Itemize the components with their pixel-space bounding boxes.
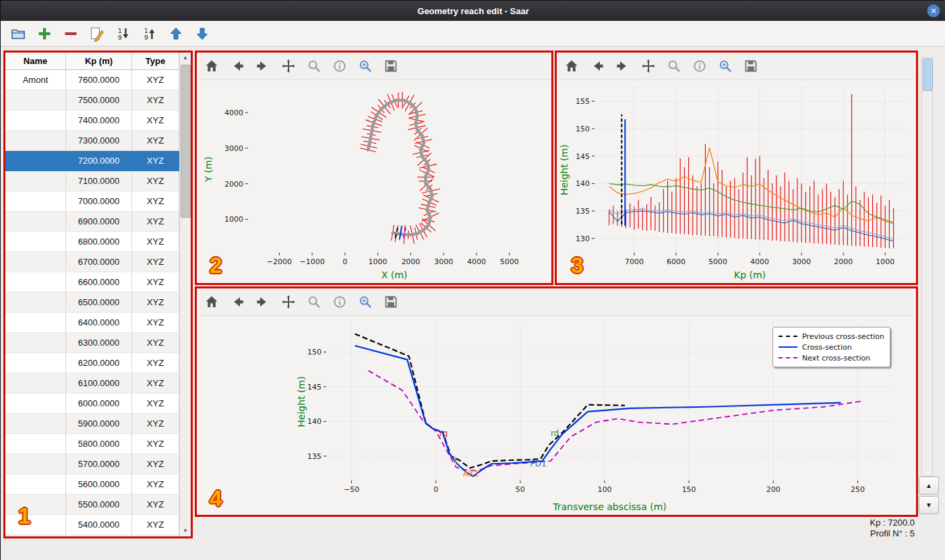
- forward-icon[interactable]: [255, 58, 271, 74]
- move-up-icon[interactable]: [168, 26, 184, 42]
- column-header-name: Name: [5, 53, 66, 70]
- cell-name: [5, 252, 66, 272]
- cell-kp: 6600.0000: [66, 272, 132, 292]
- svg-text:7000: 7000: [625, 257, 644, 266]
- window-scrollbar-thumb[interactable]: [923, 59, 933, 91]
- back-icon[interactable]: [229, 294, 245, 310]
- table-row[interactable]: 7000.0000XYZ: [5, 191, 179, 212]
- table-row[interactable]: 6200.0000XYZ: [5, 353, 179, 373]
- cell-kp: 7200.0000: [66, 151, 132, 171]
- table-row[interactable]: 6600.0000XYZ: [5, 272, 179, 292]
- zoom-rect-icon[interactable]: [306, 58, 322, 74]
- back-icon[interactable]: [229, 58, 245, 74]
- table-row[interactable]: 5700.0000XYZ: [5, 454, 179, 474]
- edit-profile-icon[interactable]: [89, 26, 105, 42]
- figure-options-icon[interactable]: [332, 58, 348, 74]
- svg-text:1: 1: [118, 27, 122, 34]
- zoom-custom-icon[interactable]: [717, 58, 733, 74]
- cell-name: [5, 111, 66, 131]
- forward-icon[interactable]: [255, 294, 271, 310]
- table-row[interactable]: 7200.0000XYZ: [5, 151, 179, 171]
- zoom-custom-icon[interactable]: [357, 294, 373, 310]
- table-row[interactable]: 6500.0000XYZ: [5, 292, 179, 313]
- pan-icon[interactable]: [280, 58, 297, 74]
- svg-text:X (m): X (m): [382, 270, 408, 280]
- forward-icon[interactable]: [615, 58, 631, 74]
- save-icon[interactable]: [383, 294, 399, 310]
- table-row[interactable]: 6700.0000XYZ: [5, 252, 179, 272]
- add-profile-icon[interactable]: [36, 26, 53, 42]
- scroll-down-icon[interactable]: ▼: [180, 526, 191, 536]
- long-profile-chart[interactable]: 7000600050004000300020001000130135140145…: [557, 80, 916, 284]
- legend-label: Next cross-section: [802, 354, 870, 363]
- table-row[interactable]: 6900.0000XYZ: [5, 212, 179, 232]
- table-row[interactable]: 5900.0000XYZ: [5, 414, 179, 434]
- cell-type: XYZ: [132, 474, 179, 495]
- save-icon[interactable]: [743, 58, 759, 74]
- home-icon[interactable]: [563, 58, 580, 74]
- cell-name: [5, 495, 66, 515]
- table-row[interactable]: 5300.0000XYZ: [5, 535, 179, 536]
- renumber-descending-icon[interactable]: 19: [115, 26, 131, 42]
- table-row[interactable]: 7300.0000XYZ: [5, 131, 179, 151]
- move-down-icon[interactable]: [194, 26, 210, 42]
- table-row[interactable]: 7500.0000XYZ: [5, 90, 179, 111]
- svg-text:6000: 6000: [667, 257, 685, 266]
- cell-name: [5, 212, 66, 232]
- plan-view-chart[interactable]: −2000−1000010002000300040005000100020003…: [197, 80, 551, 284]
- table-row[interactable]: 5400.0000XYZ: [5, 515, 179, 535]
- figure-options-icon[interactable]: [332, 294, 348, 310]
- table-row[interactable]: 6800.0000XYZ: [5, 232, 179, 252]
- cell-type: XYZ: [132, 252, 179, 272]
- save-icon[interactable]: [383, 58, 399, 74]
- zoom-rect-icon[interactable]: [306, 294, 322, 310]
- long-profile-panel: 7000600050004000300020001000130135140145…: [555, 51, 918, 285]
- cell-name: [5, 272, 66, 292]
- home-icon[interactable]: [204, 294, 220, 310]
- svg-text:2000: 2000: [401, 257, 420, 266]
- plan-view-toolbar: [197, 53, 551, 80]
- renumber-ascending-icon[interactable]: 19: [142, 26, 158, 42]
- window-scrollbar[interactable]: [921, 57, 933, 476]
- close-icon[interactable]: ✕: [927, 4, 940, 18]
- profiles-table-panel: NameKp (m)Type Amont7600.0000XYZ7500.000…: [3, 51, 193, 538]
- home-icon[interactable]: [204, 58, 220, 74]
- table-scrollbar-thumb[interactable]: [181, 65, 191, 218]
- open-file-icon[interactable]: [10, 26, 26, 42]
- svg-text:145: 145: [576, 152, 590, 161]
- cell-kp: 5700.0000: [66, 454, 132, 474]
- table-row[interactable]: 5800.0000XYZ: [5, 434, 179, 454]
- zoom-rect-icon[interactable]: [666, 58, 682, 74]
- svg-text:250: 250: [851, 485, 865, 494]
- table-row[interactable]: 7100.0000XYZ: [5, 171, 179, 191]
- remove-profile-icon[interactable]: [63, 26, 79, 42]
- svg-text:4000: 4000: [224, 108, 243, 117]
- figure-options-icon[interactable]: [692, 58, 708, 74]
- previous-profile-button[interactable]: ▲: [919, 476, 939, 495]
- pan-icon[interactable]: [640, 58, 657, 74]
- cell-type: XYZ: [132, 434, 179, 454]
- table-row[interactable]: 6100.0000XYZ: [5, 373, 179, 394]
- zoom-custom-icon[interactable]: [357, 58, 373, 74]
- table-row[interactable]: 5600.0000XYZ: [5, 474, 179, 495]
- table-row[interactable]: 6000.0000XYZ: [5, 394, 179, 414]
- cell-kp: 6100.0000: [66, 373, 132, 394]
- cell-name: [5, 151, 66, 171]
- table-row[interactable]: 7400.0000XYZ: [5, 111, 179, 131]
- table-row[interactable]: 6400.0000XYZ: [5, 313, 179, 333]
- status-profil: Profil N° : 5: [870, 528, 915, 539]
- cell-kp: 5500.0000: [66, 495, 132, 515]
- table-row[interactable]: 6300.0000XYZ: [5, 333, 179, 353]
- next-profile-button[interactable]: ▼: [919, 496, 939, 514]
- table-scrollbar[interactable]: ▲ ▼: [179, 53, 191, 536]
- scroll-up-icon[interactable]: ▲: [180, 53, 191, 63]
- table-row[interactable]: Amont7600.0000XYZ: [5, 70, 179, 90]
- pan-icon[interactable]: [280, 294, 297, 310]
- legend-item: Previous cross-section: [779, 331, 884, 342]
- back-icon[interactable]: [589, 58, 605, 74]
- table-row[interactable]: 5500.0000XYZ: [5, 495, 179, 515]
- cell-type: XYZ: [132, 131, 179, 151]
- panel-annotation-3: 3: [571, 253, 583, 278]
- cell-type: XYZ: [132, 111, 179, 131]
- cell-type: XYZ: [132, 414, 179, 434]
